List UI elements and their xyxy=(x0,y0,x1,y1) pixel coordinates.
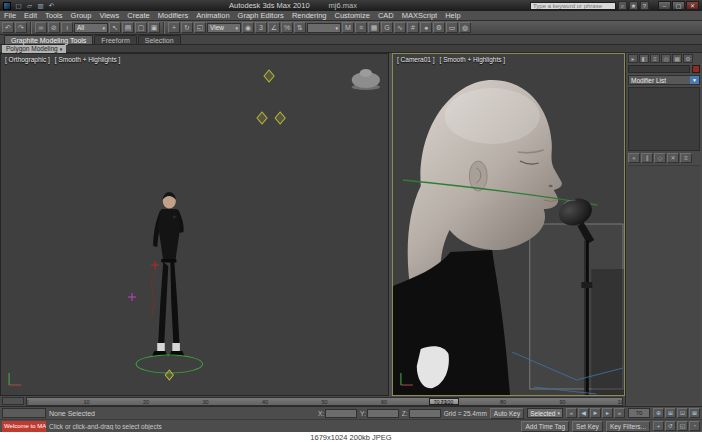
menu-item-file[interactable]: File xyxy=(0,11,20,20)
redo-icon[interactable]: ↷ xyxy=(15,22,27,33)
auto-key-button[interactable]: Auto Key xyxy=(490,408,524,419)
layer-manager-icon[interactable]: ▦ xyxy=(368,22,380,33)
render-production-icon[interactable]: ◍ xyxy=(459,22,471,33)
app-icon[interactable] xyxy=(3,2,11,10)
object-name-field[interactable] xyxy=(628,65,690,73)
maximize-button[interactable]: ▢ xyxy=(672,1,685,10)
time-ruler[interactable]: 70 / 100 0102030405060708090100 xyxy=(26,397,623,406)
snaps-toggle-icon[interactable]: 3 xyxy=(255,22,267,33)
motion-tab-icon[interactable]: ◎ xyxy=(661,54,671,63)
ribbon-tab-selection[interactable]: Selection xyxy=(138,35,181,44)
menu-item-rendering[interactable]: Rendering xyxy=(288,11,331,20)
schematic-view-icon[interactable]: # xyxy=(407,22,419,33)
play-animation-button[interactable]: ► xyxy=(590,408,601,418)
viewport-shading-label[interactable]: [ Smooth + Highlights ] xyxy=(440,56,506,63)
viewport-name-label[interactable]: [ Orthographic ] xyxy=(5,56,50,63)
viewport-name-label[interactable]: [ Camera01 ] xyxy=(397,56,435,63)
save-file-icon[interactable]: ▥ xyxy=(36,1,45,10)
zoom-all-icon[interactable]: ⊞ xyxy=(665,408,676,418)
use-pivot-center-icon[interactable]: ◉ xyxy=(242,22,254,33)
infocenter-search-input[interactable] xyxy=(530,2,616,10)
menu-item-graph-editors[interactable]: Graph Editors xyxy=(234,11,288,20)
infocenter-search-icon[interactable]: ⌕ xyxy=(618,1,627,10)
infocenter-help-icon[interactable]: ? xyxy=(640,1,649,10)
orbit-view-icon[interactable]: ↺ xyxy=(665,421,676,431)
viewport-camera01[interactable]: [ Camera01 ] [ Smooth + Highlights ] xyxy=(392,53,625,396)
display-tab-icon[interactable]: ▦ xyxy=(672,54,682,63)
reference-coordinate-dropdown[interactable]: View▾ xyxy=(207,23,241,33)
menu-item-customize[interactable]: Customize xyxy=(330,11,373,20)
go-to-start-button[interactable]: « xyxy=(566,408,577,418)
select-and-scale-icon[interactable]: ◱ xyxy=(194,22,206,33)
window-crossing-icon[interactable]: ▣ xyxy=(148,22,160,33)
hierarchy-tab-icon[interactable]: ≡ xyxy=(650,54,660,63)
zoom-icon[interactable]: ⊕ xyxy=(653,408,664,418)
coord-y-field[interactable] xyxy=(367,409,399,418)
selection-region-icon[interactable]: ▢ xyxy=(135,22,147,33)
select-and-move-icon[interactable]: + xyxy=(168,22,180,33)
modifier-stack-list[interactable] xyxy=(628,87,700,151)
open-file-icon[interactable]: ▱ xyxy=(25,1,34,10)
mirror-icon[interactable]: M xyxy=(342,22,354,33)
material-editor-icon[interactable]: ● xyxy=(420,22,432,33)
rendered-frame-icon[interactable]: ▭ xyxy=(446,22,458,33)
zoom-extents-icon[interactable]: ⊡ xyxy=(677,408,688,418)
add-time-tag-button[interactable]: Add Time Tag xyxy=(521,421,569,432)
maximize-viewport-toggle-icon[interactable]: ◱ xyxy=(677,421,688,431)
menu-item-animation[interactable]: Animation xyxy=(192,11,233,20)
align-icon[interactable]: ≡ xyxy=(355,22,367,33)
pan-view-icon[interactable]: + xyxy=(653,421,664,431)
render-setup-icon[interactable]: ⚙ xyxy=(433,22,445,33)
set-key-button[interactable]: Set Key xyxy=(572,421,603,432)
angle-snap-icon[interactable]: ∠ xyxy=(268,22,280,33)
menu-item-maxscript[interactable]: MAXScript xyxy=(398,11,441,20)
bind-to-space-warp-icon[interactable]: ≀ xyxy=(61,22,73,33)
current-frame-field[interactable]: 70 xyxy=(628,408,650,418)
menu-item-cad[interactable]: CAD xyxy=(374,11,398,20)
menu-item-modifiers[interactable]: Modifiers xyxy=(154,11,192,20)
viewport-shading-label[interactable]: [ Smooth + Highlights ] xyxy=(55,56,121,63)
show-end-result-button[interactable]: ∥ xyxy=(641,153,653,163)
undo-quick-icon[interactable]: ↶ xyxy=(47,1,56,10)
menu-item-group[interactable]: Group xyxy=(67,11,96,20)
zoom-extents-all-icon[interactable]: ⊠ xyxy=(689,408,700,418)
coord-x-field[interactable] xyxy=(325,409,357,418)
infocenter-favorites-icon[interactable]: ★ xyxy=(629,1,638,10)
point-helper-diamonds[interactable] xyxy=(257,70,285,124)
next-frame-button[interactable]: ▸ xyxy=(602,408,613,418)
select-and-link-icon[interactable]: ∞ xyxy=(35,22,47,33)
polygon-modeling-panel-tab[interactable]: Polygon Modeling ▾ xyxy=(2,45,66,53)
ribbon-tab-freeform[interactable]: Freeform xyxy=(94,35,136,44)
maxscript-mini-listener[interactable]: Welcome to MAX! xyxy=(2,421,46,432)
menu-item-views[interactable]: Views xyxy=(95,11,123,20)
curve-editor-icon[interactable]: ∿ xyxy=(394,22,406,33)
menu-item-create[interactable]: Create xyxy=(123,11,154,20)
configure-modifier-sets-button[interactable]: ≡ xyxy=(680,153,692,163)
helper-object-gray[interactable] xyxy=(352,69,380,90)
key-selection-dropdown[interactable]: Selected ▾ xyxy=(527,408,563,418)
select-by-name-icon[interactable]: ▤ xyxy=(122,22,134,33)
close-button[interactable]: ✕ xyxy=(686,1,699,10)
key-filters-button[interactable]: Key Filters... xyxy=(606,421,650,432)
minimize-button[interactable]: – xyxy=(658,1,671,10)
named-selection-sets-dropdown[interactable]: ▾ xyxy=(307,23,341,33)
new-scene-icon[interactable]: ▢ xyxy=(14,1,23,10)
menu-item-tools[interactable]: Tools xyxy=(41,11,67,20)
selection-filter-dropdown[interactable]: All▾ xyxy=(74,23,108,33)
object-color-swatch[interactable] xyxy=(692,65,700,73)
utilities-tab-icon[interactable]: ⚙ xyxy=(683,54,693,63)
character-model[interactable] xyxy=(128,192,184,356)
selection-ring-gizmo[interactable] xyxy=(136,355,203,380)
modify-tab-icon[interactable]: ◧ xyxy=(639,54,649,63)
graphite-ribbon-toggle-icon[interactable]: G xyxy=(381,22,393,33)
remove-modifier-button[interactable]: ✕ xyxy=(667,153,679,163)
viewport-orthographic[interactable]: [ Orthographic ] [ Smooth + Highlights ] xyxy=(0,53,389,396)
spinner-snap-icon[interactable]: ⇅ xyxy=(294,22,306,33)
macro-recorder-field[interactable] xyxy=(2,408,46,418)
select-and-rotate-icon[interactable]: ↻ xyxy=(181,22,193,33)
previous-frame-button[interactable]: ◀ xyxy=(578,408,589,418)
pin-stack-button[interactable]: ⌖ xyxy=(628,153,640,163)
create-tab-icon[interactable]: ▸ xyxy=(628,54,638,63)
modifier-list-dropdown[interactable]: Modifier List ▼ xyxy=(628,75,700,85)
ribbon-tab-graphite-modeling-tools[interactable]: Graphite Modeling Tools xyxy=(4,35,93,44)
